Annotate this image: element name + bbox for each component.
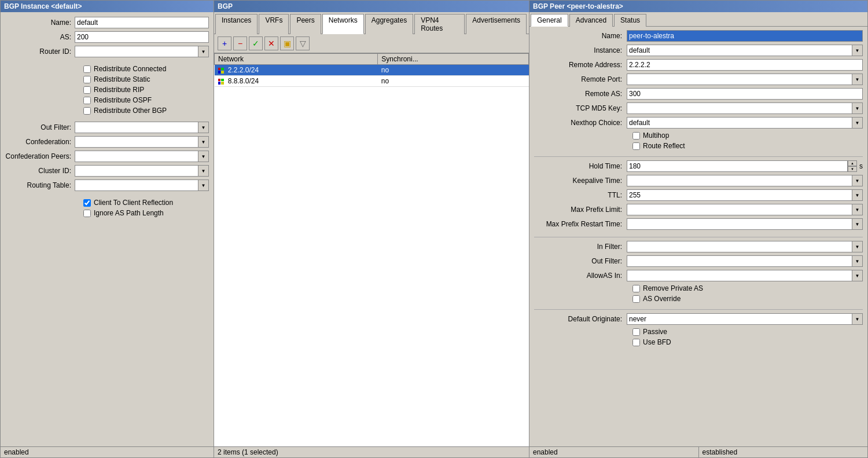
peer-passive-check[interactable] [632,328,640,336]
confederation-dropdown[interactable]: ▼ [198,136,209,148]
peer-allow-as-input[interactable] [627,270,852,281]
confederation-peers-row: Confederation Peers: ▼ [5,151,209,162]
client-to-client-check[interactable] [83,199,91,207]
peer-remote-port-label: Remote Port: [534,75,627,83]
peer-tcp-md5-input[interactable] [627,102,852,114]
peer-keepalive-dropdown[interactable]: ▼ [852,175,863,186]
cluster-id-field: ▼ [75,165,209,177]
peer-nexthop-dropdown[interactable]: ▼ [852,117,863,129]
peer-hold-time-row: Hold Time: ▲ ▼ s [534,160,863,172]
tab-peers[interactable]: Peers [290,14,321,34]
remove-button[interactable]: − [233,36,247,50]
peer-in-filter-input[interactable] [627,241,852,252]
out-filter-input[interactable] [75,122,198,133]
out-filter-field: ▼ [75,122,209,133]
redistribute-other-bgp-check[interactable] [83,107,91,115]
add-button[interactable]: + [218,36,231,50]
tab-vrfs[interactable]: VRFs [259,14,289,34]
peer-as-override-check[interactable] [632,295,640,303]
peer-nexthop-input[interactable] [627,117,852,129]
client-to-client-label: Client To Client Reflection [94,199,173,207]
hold-time-down[interactable]: ▼ [848,166,857,172]
peer-remote-address-input[interactable] [627,59,863,71]
right-status-right: established [699,447,868,457]
tab-advanced[interactable]: Advanced [569,14,613,27]
table-row[interactable]: 8.8.8.0/24 no [215,76,529,87]
left-panel-title: BGP Instance <default> [1,1,214,12]
router-id-dropdown[interactable]: ▼ [198,46,209,57]
tab-status[interactable]: Status [614,14,646,27]
middle-status-bar: 2 items (1 selected) [214,446,529,457]
peer-use-bfd-check[interactable] [632,339,640,346]
redistribute-connected-check[interactable] [83,65,91,73]
redistribute-rip-label: Redistribute RIP [94,86,144,94]
routing-table-input[interactable] [75,179,198,191]
cluster-id-input[interactable] [75,165,198,177]
peer-allow-as-dropdown[interactable]: ▼ [852,270,863,281]
tab-aggregates[interactable]: Aggregates [365,14,413,34]
router-id-label: Router ID: [5,47,75,56]
peer-tcp-md5-dropdown[interactable]: ▼ [852,102,863,114]
redistribute-static-label: Redistribute Static [94,75,150,83]
tab-instances[interactable]: Instances [215,14,258,34]
tab-advertisements[interactable]: Advertisements [466,14,527,34]
tab-vpn4-routes[interactable]: VPN4 Routes [414,14,465,34]
out-filter-row: Out Filter: ▼ [5,122,209,133]
cluster-id-dropdown[interactable]: ▼ [198,165,209,177]
peer-multihop-label: Multihop [643,131,669,140]
info-button[interactable]: ▣ [280,36,294,50]
peer-general-content: Name: Instance: ▼ Remote Address: Remote… [529,27,867,446]
peer-max-prefix-restart-dropdown[interactable]: ▼ [852,218,863,230]
left-status-bar: enabled [1,446,214,457]
filter-button[interactable]: ▽ [296,36,310,50]
peer-name-input[interactable] [627,30,863,42]
confederation-input[interactable] [75,136,198,148]
right-panel-title: BGP Peer <peer-to-alestra> [529,1,867,12]
out-filter-dropdown[interactable]: ▼ [198,122,209,133]
middle-toolbar: + − ✓ ✕ ▣ ▽ [214,34,529,53]
redistribute-ospf-check[interactable] [83,97,91,104]
peer-hold-time-input[interactable] [627,160,848,172]
peer-max-prefix-restart-input[interactable] [627,218,852,230]
as-row: AS: [5,31,209,43]
peer-keepalive-label: Keepalive Time: [534,177,627,185]
peer-multihop-check[interactable] [632,132,640,140]
tab-general[interactable]: General [531,14,568,27]
confederation-label: Confederation: [5,138,75,146]
peer-max-prefix-input[interactable] [627,204,852,215]
peer-default-originate-label: Default Originate: [534,315,627,323]
out-filter-label: Out Filter: [5,123,75,131]
peer-in-filter-dropdown[interactable]: ▼ [852,241,863,252]
peer-instance-input[interactable] [627,45,852,56]
redistribute-connected-row: Redistribute Connected [5,65,209,73]
router-id-input[interactable] [75,46,198,57]
peer-route-reflect-check[interactable] [632,142,640,150]
routing-table-dropdown[interactable]: ▼ [198,179,209,191]
peer-default-originate-dropdown[interactable]: ▼ [852,313,863,325]
peer-remote-as-input[interactable] [627,88,863,100]
peer-remote-port-dropdown[interactable]: ▼ [852,74,863,85]
ignore-as-path-check[interactable] [83,210,91,217]
peer-ttl-dropdown[interactable]: ▼ [852,189,863,201]
as-input[interactable] [75,31,209,43]
peer-ttl-input[interactable] [627,189,852,201]
peer-default-originate-input[interactable] [627,313,852,325]
confederation-peers-dropdown[interactable]: ▼ [198,151,209,162]
as-label: AS: [5,33,75,41]
cancel-button[interactable]: ✕ [264,36,278,50]
peer-max-prefix-dropdown[interactable]: ▼ [852,204,863,215]
tab-networks[interactable]: Networks [322,14,364,34]
peer-keepalive-input[interactable] [627,175,852,186]
peer-out-filter-dropdown[interactable]: ▼ [852,255,863,267]
redistribute-rip-check[interactable] [83,86,91,94]
name-input[interactable] [75,17,209,28]
confederation-peers-input[interactable] [75,151,198,162]
peer-remote-port-input[interactable] [627,74,852,85]
table-row[interactable]: 2.2.2.0/24 no [215,65,529,76]
redistribute-static-check[interactable] [83,76,91,83]
peer-instance-dropdown[interactable]: ▼ [852,45,863,56]
peer-out-filter-input[interactable] [627,255,852,267]
peer-remove-private-as-check[interactable] [632,285,640,292]
hold-time-up[interactable]: ▲ [848,160,857,166]
apply-button[interactable]: ✓ [249,36,263,50]
